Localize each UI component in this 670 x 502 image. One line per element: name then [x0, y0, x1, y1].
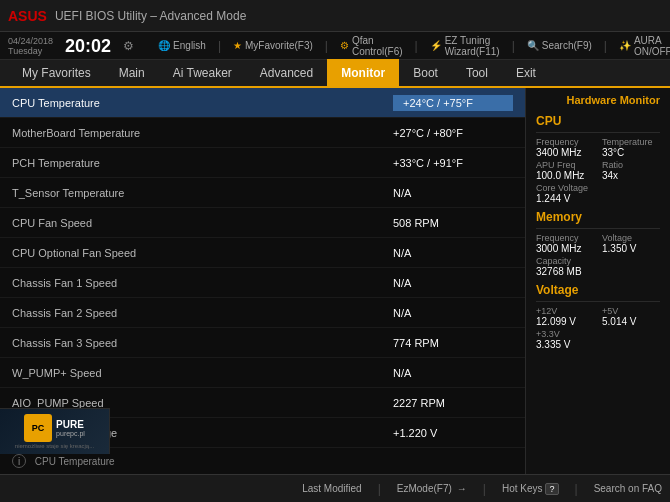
hw-data-row: Frequency3400 MHzTemperature33°C: [536, 137, 660, 158]
hw-col: [602, 329, 660, 350]
top-bar: 04/24/2018Tuesday 20:02 ⚙ 🌐 English | ★ …: [0, 32, 670, 60]
aura-button[interactable]: ✨ AURA ON/OFF(F4): [619, 35, 670, 57]
row-value: +1.220 V: [393, 427, 513, 439]
hw-monitor-panel: Hardware Monitor CPUFrequency3400 MHzTem…: [525, 88, 670, 474]
table-row[interactable]: W_PUMP+ SpeedN/A: [0, 358, 525, 388]
table-row[interactable]: Chassis Fan 3 Speed774 RPM: [0, 328, 525, 358]
hw-data-row: APU Freq100.0 MHzRatio34x: [536, 160, 660, 181]
row-value: N/A: [393, 187, 513, 199]
nav-monitor[interactable]: Monitor: [327, 59, 399, 87]
row-label: T_Sensor Temperature: [12, 187, 393, 199]
row-value: N/A: [393, 247, 513, 259]
hw-col-value: 12.099 V: [536, 316, 594, 327]
search-faq-button[interactable]: Search on FAQ: [594, 483, 662, 494]
clock-display: 20:02: [65, 37, 111, 55]
row-label: Chassis Fan 3 Speed: [12, 337, 393, 349]
table-row[interactable]: PCH Temperature+33°C / +91°F: [0, 148, 525, 178]
row-label: Chassis Fan 2 Speed: [12, 307, 393, 319]
row-value: +27°C / +80°F: [393, 127, 513, 139]
hw-section-title: CPU: [536, 114, 660, 128]
table-row[interactable]: CPU Fan Speed508 RPM: [0, 208, 525, 238]
hw-col: [602, 256, 660, 277]
myfavorite-button[interactable]: ★ MyFavorite(F3): [233, 40, 313, 51]
main-content: CPU Temperature+24°C / +75°FMotherBoard …: [0, 88, 670, 474]
row-label: Chassis Fan 1 Speed: [12, 277, 393, 289]
hw-col-value: 3.335 V: [536, 339, 594, 350]
row-value: 508 RPM: [393, 217, 513, 229]
hw-col-label: Frequency: [536, 233, 594, 243]
ezmode-button[interactable]: EzMode(F7)→: [397, 483, 467, 494]
row-label: W_PUMP+ Speed: [12, 367, 393, 379]
qfan-button[interactable]: ⚙ Qfan Control(F6): [340, 35, 403, 57]
pure-pc-logo-text: PURE purepc.pl: [56, 419, 85, 437]
hw-col-label: +5V: [602, 306, 660, 316]
nav-boot[interactable]: Boot: [399, 59, 452, 87]
nav-exit[interactable]: Exit: [502, 59, 550, 87]
nav-advanced[interactable]: Advanced: [246, 59, 327, 87]
hw-col-label: Capacity: [536, 256, 594, 266]
hw-col: Frequency3400 MHz: [536, 137, 594, 158]
datetime-block: 04/24/2018Tuesday: [8, 36, 53, 56]
pure-pc-logo-icon: PC: [24, 414, 52, 442]
hw-col: +3.3V3.335 V: [536, 329, 594, 350]
row-value: +33°C / +91°F: [393, 157, 513, 169]
nav-main[interactable]: Main: [105, 59, 159, 87]
nav-tool[interactable]: Tool: [452, 59, 502, 87]
last-modified-status: Last Modified: [302, 483, 361, 494]
row-label: AIO_PUMP Speed: [12, 397, 393, 409]
hw-col-value: 32768 MB: [536, 266, 594, 277]
language-selector[interactable]: 🌐 English: [158, 40, 206, 51]
row-value: N/A: [393, 367, 513, 379]
table-row[interactable]: CPU Optional Fan SpeedN/A: [0, 238, 525, 268]
table-row[interactable]: CPU Temperature+24°C / +75°F: [0, 88, 525, 118]
table-row[interactable]: T_Sensor TemperatureN/A: [0, 178, 525, 208]
nav-ai-tweaker[interactable]: Ai Tweaker: [159, 59, 246, 87]
row-value: 2227 RPM: [393, 397, 513, 409]
nav-menu: My Favorites Main Ai Tweaker Advanced Mo…: [0, 60, 670, 88]
settings-icon[interactable]: ⚙: [123, 39, 134, 53]
logo-tagline: niemożliwe staje się kreacją...: [15, 443, 94, 449]
hw-col-value: 1.244 V: [536, 193, 594, 204]
hw-col-value: 1.350 V: [602, 243, 660, 254]
bios-title: UEFI BIOS Utility – Advanced Mode: [55, 9, 246, 23]
hw-col-label: Frequency: [536, 137, 594, 147]
hw-col-value: 34x: [602, 170, 660, 181]
info-icon[interactable]: i: [12, 454, 26, 468]
hw-col: Capacity32768 MB: [536, 256, 594, 277]
footer-row-label: CPU Temperature: [35, 456, 115, 467]
asus-logo: ASUS: [8, 8, 47, 24]
table-row[interactable]: Chassis Fan 1 SpeedN/A: [0, 268, 525, 298]
hw-col: Core Voltage1.244 V: [536, 183, 594, 204]
status-bar: Last Modified | EzMode(F7)→ | Hot Keys ?…: [0, 474, 670, 502]
nav-my-favorites[interactable]: My Favorites: [8, 59, 105, 87]
hw-col-value: 3000 MHz: [536, 243, 594, 254]
hw-data-row: Capacity32768 MB: [536, 256, 660, 277]
hw-col-label: APU Freq: [536, 160, 594, 170]
row-label: MotherBoard Temperature: [12, 127, 393, 139]
logo-bottom-left: PC PURE purepc.pl niemożliwe staje się k…: [0, 408, 110, 454]
hw-section-title: Voltage: [536, 283, 660, 297]
hw-col: Voltage1.350 V: [602, 233, 660, 254]
hw-col-value: 100.0 MHz: [536, 170, 594, 181]
ez-tuning-button[interactable]: ⚡ EZ Tuning Wizard(F11): [430, 35, 500, 57]
table-row[interactable]: Chassis Fan 2 SpeedN/A: [0, 298, 525, 328]
table-row[interactable]: MotherBoard Temperature+27°C / +80°F: [0, 118, 525, 148]
row-value: 774 RPM: [393, 337, 513, 349]
row-label: CPU Temperature: [12, 97, 393, 109]
hw-col: +5V5.014 V: [602, 306, 660, 327]
hw-data-row: +12V12.099 V+5V5.014 V: [536, 306, 660, 327]
hw-data-row: Core Voltage1.244 V: [536, 183, 660, 204]
hw-col-label: +12V: [536, 306, 594, 316]
hw-col-label: Temperature: [602, 137, 660, 147]
hw-data-row: +3.3V3.335 V: [536, 329, 660, 350]
search-button[interactable]: 🔍 Search(F9): [527, 40, 592, 51]
hw-divider: [536, 132, 660, 133]
hot-keys-help[interactable]: Hot Keys ?: [502, 483, 559, 495]
hw-section-title: Memory: [536, 210, 660, 224]
hw-col-value: 5.014 V: [602, 316, 660, 327]
hw-col-label: +3.3V: [536, 329, 594, 339]
row-value: N/A: [393, 307, 513, 319]
monitor-rows: CPU Temperature+24°C / +75°FMotherBoard …: [0, 88, 525, 448]
hw-col-label: Voltage: [602, 233, 660, 243]
hw-monitor-content: CPUFrequency3400 MHzTemperature33°CAPU F…: [536, 114, 660, 350]
